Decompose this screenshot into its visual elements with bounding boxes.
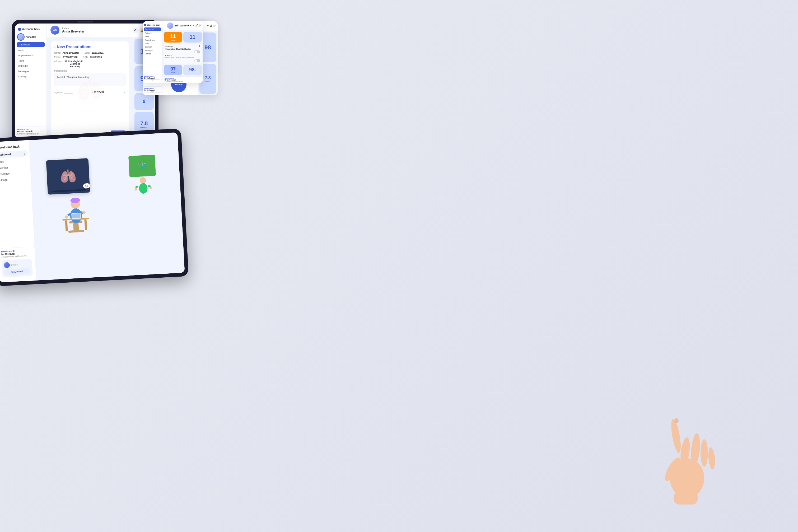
main-nav-item-dashboard[interactable]: Dashboard bbox=[17, 42, 45, 47]
bt-dashboard-dropdown[interactable]: Dashboard ∨ bbox=[0, 150, 28, 158]
svg-point-23 bbox=[134, 188, 137, 191]
st-back-arrow[interactable]: ‹ bbox=[165, 24, 166, 27]
svg-point-20 bbox=[139, 183, 148, 194]
settings-screen: Welcome back Dashboard Patients Alerts A… bbox=[142, 21, 203, 83]
main-nav-item-settings[interactable]: Settings bbox=[15, 74, 46, 79]
st-notif-label: Observation Check Notification bbox=[165, 48, 200, 50]
st-toggle-1[interactable] bbox=[194, 51, 200, 53]
teacher-figure: 🩺 bbox=[126, 154, 159, 198]
bm-bell-icon[interactable]: 🔔 bbox=[210, 25, 212, 27]
svg-rect-18 bbox=[72, 213, 80, 218]
prescription-title: ‹ New Prescriptions bbox=[54, 44, 126, 49]
st-sidebar-logo bbox=[144, 24, 146, 26]
st-nav-settings[interactable]: Settings bbox=[142, 52, 162, 55]
healthcare-id-section: Healthcare ID Dr McConnell d.mcconnell@h… bbox=[15, 127, 46, 136]
st-settings-panel: Settings ⚙ Observation Check Notificatio… bbox=[164, 43, 202, 64]
patient-name-short: Anna Bre bbox=[26, 36, 36, 38]
main-nav-item-calender[interactable]: Calender bbox=[15, 63, 46, 69]
doctor-illustration: 🫁 bbox=[29, 132, 185, 281]
bt-chevron-down-icon: ∨ bbox=[23, 152, 26, 155]
svg-point-13 bbox=[82, 211, 86, 214]
st-patient-name: Erin Warren bbox=[175, 24, 188, 27]
sidebar-welcome-label: Welcome back bbox=[22, 28, 40, 31]
sidebar-collapse-icon[interactable]: ‹ bbox=[42, 28, 43, 31]
bt-welcome: Welcome back bbox=[0, 145, 20, 149]
patient-label: Patient bbox=[62, 27, 84, 30]
content-header: AB Patient Anna Brewster ⚙ 🔔 💬 bbox=[47, 23, 155, 37]
signature-section: Signature: _______ Hennell ✓ bbox=[54, 89, 126, 94]
st-nav-messages[interactable]: Messages bbox=[142, 49, 162, 52]
st-metric-bpm: 97 BPM bbox=[164, 65, 182, 75]
form-row-phone: Phone: 07703337108 DOB: 30/08/1996 bbox=[54, 56, 126, 58]
st-bell-icon[interactable]: 🔔 bbox=[195, 24, 197, 27]
svg-rect-16 bbox=[84, 219, 87, 230]
main-content-area: AB Patient Anna Brewster ⚙ 🔔 💬 bbox=[47, 23, 155, 139]
bottom-tablet: Welcome back Dashboard ∨ Tasks Calender … bbox=[0, 128, 189, 286]
sidebar-logo-icon bbox=[18, 28, 21, 31]
svg-rect-21 bbox=[135, 186, 138, 188]
doctor-figure bbox=[46, 176, 101, 237]
svg-rect-6 bbox=[69, 230, 84, 233]
st-hc-footer: Healthcare ID Dr McConnell d.mcconnell@h… bbox=[163, 76, 203, 83]
st-welcome: Welcome back bbox=[147, 24, 160, 26]
bm-chat-icon[interactable]: 💬 bbox=[213, 25, 215, 27]
main-nav-item-appointments[interactable]: Appointments bbox=[15, 53, 46, 58]
st-nav-alerts[interactable]: Alerts bbox=[142, 35, 162, 38]
chat-bubble: 💬 bbox=[83, 183, 90, 189]
main-tablet: Welcome back ‹ Anna Bre Dashboard Alerts… bbox=[12, 20, 158, 142]
prescription-text[interactable]: Labetol 100mg four times daily. bbox=[54, 73, 126, 86]
patient-avatar-large: AB bbox=[51, 26, 59, 35]
form-row-name: Name: Anna Brewster Date: 19/11/2021 bbox=[54, 52, 126, 54]
st-metric-rpm: 11 RPM bbox=[164, 32, 182, 42]
patient-avatar-row: Anna Bre bbox=[15, 32, 46, 42]
st-settings-gear[interactable]: ⚙ bbox=[198, 45, 200, 47]
st-metric-temp: 98. bbox=[183, 65, 202, 75]
st-grid-icon[interactable]: ⊞ bbox=[190, 24, 191, 27]
st-nav-patients[interactable]: Patients bbox=[142, 32, 162, 35]
st-nav-dashboard[interactable]: Dashboard bbox=[144, 27, 161, 31]
back-arrow-icon[interactable]: ‹ bbox=[54, 44, 55, 49]
st-chat-icon[interactable]: 💬 bbox=[198, 24, 201, 27]
svg-rect-15 bbox=[65, 220, 68, 231]
prescription-form: 🫁 ‹ New Prescriptions Name: Anna Brewste… bbox=[51, 41, 129, 139]
prescription-field-label: Perscription: bbox=[54, 70, 126, 72]
bt-patient-card: Patient McConnell bbox=[2, 259, 33, 277]
st-settings-title: Settings bbox=[165, 45, 173, 47]
signature-value: Hennell bbox=[92, 90, 104, 94]
patient-name-full: Anna Brewster bbox=[62, 30, 84, 33]
st-header: ‹ Erin Warren ℹ ⊞ ⚙ 🔔 💬 bbox=[163, 21, 203, 31]
st-hours-desc: Remind every 4 hours to check observatio… bbox=[165, 57, 200, 58]
bt-doctor-illustration: McConnell bbox=[4, 268, 31, 275]
st-avatar bbox=[167, 22, 173, 29]
svg-point-12 bbox=[64, 215, 68, 219]
main-sidebar: Welcome back ‹ Anna Bre Dashboard Alerts… bbox=[15, 23, 47, 139]
st-hours-label: 4 hours bbox=[165, 54, 200, 56]
sidebar-header: Welcome back ‹ bbox=[15, 26, 46, 32]
st-metric-11: 11 bbox=[183, 32, 202, 42]
bt-patient-avatar bbox=[4, 262, 10, 268]
bm-healthcare-id: Healthcare ID Dr McConnell d.mcconnell@h… bbox=[142, 87, 162, 94]
form-row-address: Address: 10 Claddagh Hill Jesmond BT24 H… bbox=[54, 60, 126, 68]
st-nav-tasks[interactable]: Tasks bbox=[142, 42, 162, 45]
st-toggle-2[interactable] bbox=[194, 59, 200, 62]
st-nav-calender[interactable]: Calender bbox=[142, 45, 162, 49]
main-nav-item-tasks[interactable]: Tasks bbox=[15, 58, 46, 63]
st-healthcare-id: Healthcare ID Dr McConnell d.mcconnell@h… bbox=[142, 74, 162, 82]
bt-nav-settings[interactable]: Settings bbox=[0, 175, 31, 183]
st-nav-appointments[interactable]: Appointments bbox=[142, 38, 162, 42]
svg-point-19 bbox=[139, 177, 146, 184]
st-info-icon[interactable]: ℹ bbox=[188, 24, 189, 27]
main-nav-item-alerts[interactable]: Alerts bbox=[15, 48, 46, 53]
main-nav-item-messages[interactable]: Messages bbox=[15, 69, 46, 74]
patient-avatar bbox=[17, 33, 24, 41]
st-gear-icon2[interactable]: ⚙ bbox=[193, 24, 194, 27]
bm-gear-icon[interactable]: ⚙ bbox=[207, 25, 209, 27]
gear-icon[interactable]: ⚙ bbox=[133, 27, 138, 33]
bt-healthcare-section: Healthcare ID McConnell d.mcconnell@heal… bbox=[0, 246, 36, 280]
